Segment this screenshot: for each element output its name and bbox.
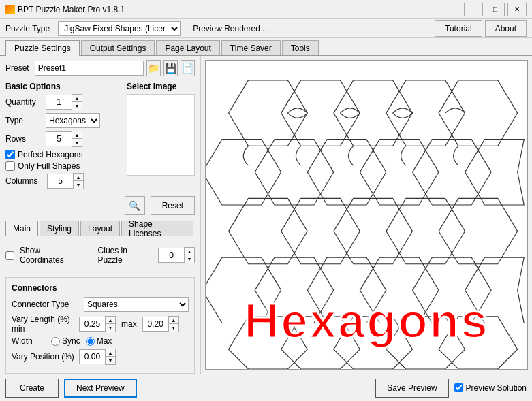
quantity-down[interactable]: ▼ bbox=[72, 102, 82, 110]
vary-max-down[interactable]: ▼ bbox=[169, 324, 178, 332]
type-row: Type Hexagons bbox=[5, 113, 121, 128]
tutorial-button[interactable]: Tutorial bbox=[435, 20, 482, 37]
app-icon bbox=[5, 5, 15, 14]
columns-input-wrap: ▲ ▼ bbox=[47, 173, 84, 189]
preview-solution-checkbox[interactable] bbox=[454, 383, 463, 392]
vary-pos-up[interactable]: ▲ bbox=[106, 349, 115, 357]
tab-bar: Puzzle Settings Output Settings Page Lay… bbox=[0, 38, 532, 56]
preset-saveas-button[interactable]: 📄 bbox=[181, 60, 195, 76]
max-radio[interactable] bbox=[86, 337, 95, 346]
quantity-row: Quantity ▲ ▼ bbox=[5, 94, 121, 110]
rows-input-wrap: ▲ ▼ bbox=[46, 131, 82, 147]
only-full-shapes-label: Only Full Shapes bbox=[18, 161, 80, 171]
width-radio-group: Sync Max bbox=[51, 336, 112, 346]
vary-min-up[interactable]: ▲ bbox=[106, 317, 115, 324]
connector-type-select[interactable]: Squares bbox=[84, 297, 189, 312]
preview-area: Hexagons bbox=[205, 60, 528, 370]
tab-time-saver[interactable]: Time Saver bbox=[221, 40, 281, 55]
preset-row: Preset 📁 💾 📄 bbox=[5, 60, 195, 76]
preset-input[interactable] bbox=[35, 61, 144, 76]
only-full-shapes-row: Only Full Shapes bbox=[5, 161, 121, 171]
quantity-input-wrap: ▲ ▼ bbox=[46, 94, 82, 110]
type-label: Type bbox=[5, 116, 43, 125]
inner-tab-layout[interactable]: Layout bbox=[80, 221, 120, 236]
inner-tab-main[interactable]: Main bbox=[5, 221, 38, 236]
tab-puzzle-settings[interactable]: Puzzle Settings bbox=[5, 40, 80, 56]
tab-tools[interactable]: Tools bbox=[282, 40, 319, 55]
maximize-button[interactable]: □ bbox=[486, 3, 505, 16]
perfect-hexagons-row: Perfect Hexagons bbox=[5, 150, 121, 159]
show-coordinates-label: Show Coordinates bbox=[20, 246, 82, 265]
inner-tabs: Main Styling Layout Shape Licenses bbox=[5, 221, 195, 236]
max-label: Max bbox=[97, 336, 112, 346]
sync-label: Sync bbox=[62, 336, 80, 346]
minimize-button[interactable]: — bbox=[464, 3, 483, 16]
puzzle-type-select[interactable]: JigSaw Fixed Shapes (Licensed) bbox=[58, 21, 181, 36]
max-radio-item: Max bbox=[86, 336, 112, 346]
vary-length-row: Vary Length (%) min ▲ ▼ max ▲ ▼ bbox=[12, 315, 189, 334]
inner-content: Show Coordinates Clues in Puzzle ▲ ▼ bbox=[5, 243, 195, 270]
show-coordinates-checkbox[interactable] bbox=[5, 251, 14, 260]
reset-button[interactable]: Reset bbox=[151, 196, 195, 215]
clues-up[interactable]: ▲ bbox=[185, 248, 194, 255]
only-full-shapes-checkbox[interactable] bbox=[5, 161, 15, 171]
rows-spinner: ▲ ▼ bbox=[72, 131, 82, 147]
quantity-input[interactable] bbox=[46, 95, 72, 110]
clues-down[interactable]: ▼ bbox=[185, 255, 194, 263]
inner-tab-shape-licenses[interactable]: Shape Licenses bbox=[121, 221, 193, 236]
title-bar-text: BPT Puzzle Maker Pro v1.8.1 bbox=[18, 5, 464, 14]
type-select[interactable]: Hexagons bbox=[46, 113, 100, 128]
tab-output-settings[interactable]: Output Settings bbox=[81, 40, 155, 55]
vary-length-min-input[interactable] bbox=[79, 317, 105, 332]
sync-radio[interactable] bbox=[51, 337, 60, 346]
vary-max-up[interactable]: ▲ bbox=[169, 317, 178, 324]
vary-pos-down[interactable]: ▼ bbox=[106, 357, 115, 364]
connector-type-row: Connector Type Squares bbox=[12, 297, 189, 312]
clues-input-wrap: ▲ ▼ bbox=[158, 247, 195, 263]
rows-input[interactable] bbox=[46, 131, 72, 146]
save-preview-button[interactable]: Save Preview bbox=[375, 379, 448, 398]
width-label: Width bbox=[12, 336, 46, 346]
vary-position-input[interactable] bbox=[79, 349, 105, 364]
search-reset-row: 🔍 Reset bbox=[5, 196, 195, 215]
quantity-up[interactable]: ▲ bbox=[72, 95, 82, 102]
vary-min-down[interactable]: ▼ bbox=[106, 324, 115, 332]
menu-buttons: Tutorial About bbox=[435, 20, 527, 37]
preset-save-button[interactable]: 💾 bbox=[163, 60, 178, 76]
puzzle-type-label: Puzzle Type bbox=[5, 24, 50, 33]
perfect-hexagons-label: Perfect Hexagons bbox=[18, 150, 82, 159]
columns-spinner: ▲ ▼ bbox=[73, 173, 84, 189]
columns-label: Columns bbox=[5, 176, 43, 186]
close-button[interactable]: ✕ bbox=[507, 3, 527, 16]
vary-length-max-spinner: ▲ ▼ bbox=[168, 316, 179, 332]
columns-up[interactable]: ▲ bbox=[74, 174, 83, 181]
search-button[interactable]: 🔍 bbox=[125, 196, 145, 215]
vary-length-min-spinner: ▲ ▼ bbox=[105, 316, 116, 332]
create-button[interactable]: Create bbox=[5, 379, 59, 398]
options-image-row: Basic Options Quantity ▲ ▼ Type bbox=[5, 82, 195, 193]
about-button[interactable]: About bbox=[485, 20, 527, 37]
preset-folder-button[interactable]: 📁 bbox=[146, 60, 161, 76]
menu-bar: Puzzle Type JigSaw Fixed Shapes (License… bbox=[0, 19, 532, 38]
preset-label: Preset bbox=[5, 63, 29, 73]
clues-input[interactable] bbox=[158, 248, 184, 263]
perfect-hexagons-checkbox[interactable] bbox=[5, 150, 15, 159]
vary-length-label: Vary Length (%) min bbox=[12, 315, 76, 334]
tab-page-layout[interactable]: Page Layout bbox=[156, 40, 219, 55]
next-preview-button[interactable]: Next Preview bbox=[64, 379, 137, 398]
select-image-area[interactable] bbox=[127, 94, 195, 176]
rows-down[interactable]: ▼ bbox=[72, 139, 82, 146]
vary-length-min-wrap: ▲ ▼ bbox=[79, 316, 116, 332]
title-bar: BPT Puzzle Maker Pro v1.8.1 — □ ✕ bbox=[0, 0, 532, 19]
basic-options-title: Basic Options bbox=[5, 82, 121, 91]
inner-tab-styling[interactable]: Styling bbox=[40, 221, 79, 236]
puzzle-svg bbox=[206, 61, 527, 369]
vary-position-wrap: ▲ ▼ bbox=[79, 349, 116, 365]
rows-up[interactable]: ▲ bbox=[72, 131, 82, 139]
columns-input[interactable] bbox=[47, 174, 73, 189]
columns-down[interactable]: ▼ bbox=[74, 181, 83, 189]
vary-length-max-label: max bbox=[121, 319, 137, 329]
quantity-spinner: ▲ ▼ bbox=[72, 94, 82, 110]
clues-label: Clues in Puzzle bbox=[98, 246, 150, 265]
vary-length-max-input[interactable] bbox=[142, 317, 168, 332]
